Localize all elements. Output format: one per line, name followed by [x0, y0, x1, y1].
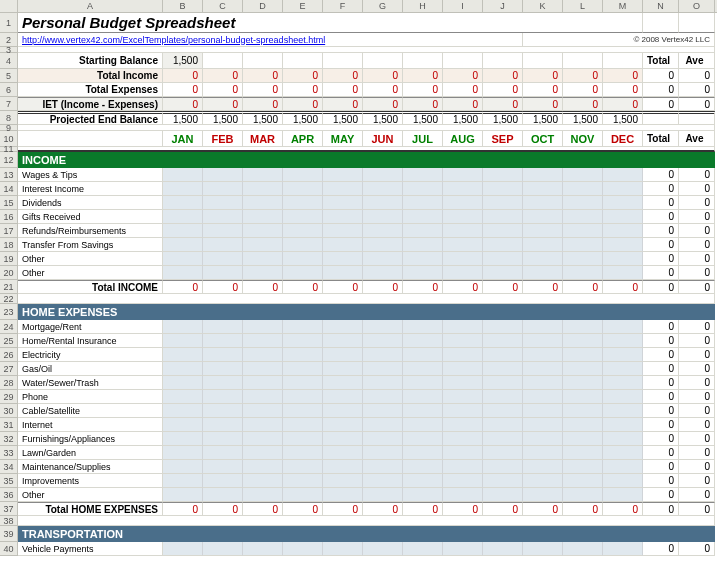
cell[interactable]: [403, 252, 443, 266]
cell[interactable]: [603, 474, 643, 488]
cell[interactable]: [523, 390, 563, 404]
line-item-label[interactable]: Water/Sewer/Trash: [18, 376, 163, 390]
cell[interactable]: [203, 210, 243, 224]
cell[interactable]: [523, 320, 563, 334]
cell[interactable]: [563, 488, 603, 502]
cell[interactable]: [163, 404, 203, 418]
line-item-label[interactable]: Mortgage/Rent: [18, 320, 163, 334]
cell[interactable]: [563, 376, 603, 390]
row-header[interactable]: 4: [0, 53, 18, 69]
cell[interactable]: [603, 542, 643, 556]
cell[interactable]: [163, 446, 203, 460]
cell[interactable]: [283, 266, 323, 280]
total_expenses-month[interactable]: 0: [603, 83, 643, 97]
cell[interactable]: [323, 266, 363, 280]
cell[interactable]: [363, 460, 403, 474]
cell[interactable]: [523, 362, 563, 376]
cell[interactable]: [323, 168, 363, 182]
row-header[interactable]: 27: [0, 362, 18, 376]
cell[interactable]: [243, 196, 283, 210]
cell[interactable]: [203, 334, 243, 348]
cell[interactable]: [323, 252, 363, 266]
cell[interactable]: [563, 446, 603, 460]
cell[interactable]: [483, 488, 523, 502]
cell[interactable]: [523, 404, 563, 418]
net-month[interactable]: 0: [163, 97, 203, 111]
cell[interactable]: [403, 320, 443, 334]
cell[interactable]: [603, 362, 643, 376]
total_income-month[interactable]: 0: [283, 69, 323, 83]
cell[interactable]: [283, 348, 323, 362]
cell[interactable]: [163, 488, 203, 502]
cell[interactable]: [163, 210, 203, 224]
total_expenses-month[interactable]: 0: [283, 83, 323, 97]
cell[interactable]: [563, 404, 603, 418]
col-header[interactable]: F: [323, 0, 363, 12]
cell[interactable]: [163, 182, 203, 196]
cell[interactable]: [443, 348, 483, 362]
cell[interactable]: [563, 362, 603, 376]
cell[interactable]: [523, 376, 563, 390]
projected-month[interactable]: 1,500: [603, 111, 643, 125]
net-month[interactable]: 0: [563, 97, 603, 111]
source-link[interactable]: http://www.vertex42.com/ExcelTemplates/p…: [18, 33, 523, 47]
cell[interactable]: [243, 376, 283, 390]
net-month[interactable]: 0: [323, 97, 363, 111]
cell[interactable]: [523, 474, 563, 488]
cell[interactable]: [483, 182, 523, 196]
cell[interactable]: [523, 252, 563, 266]
row-header[interactable]: 6: [0, 83, 18, 97]
cell[interactable]: [323, 488, 363, 502]
cell[interactable]: [283, 542, 323, 556]
cell[interactable]: [203, 432, 243, 446]
total_expenses-month[interactable]: 0: [563, 83, 603, 97]
net-month[interactable]: 0: [243, 97, 283, 111]
col-header[interactable]: H: [403, 0, 443, 12]
cell[interactable]: [363, 418, 403, 432]
cell[interactable]: [203, 460, 243, 474]
cell[interactable]: [443, 390, 483, 404]
total_income-month[interactable]: 0: [603, 69, 643, 83]
cell[interactable]: [403, 376, 443, 390]
cell[interactable]: [243, 210, 283, 224]
cell[interactable]: [603, 334, 643, 348]
cell[interactable]: [323, 224, 363, 238]
cell[interactable]: [323, 320, 363, 334]
cell[interactable]: [523, 224, 563, 238]
cell[interactable]: [523, 182, 563, 196]
projected-month[interactable]: 1,500: [403, 111, 443, 125]
total_expenses-month[interactable]: 0: [483, 83, 523, 97]
cell[interactable]: [603, 266, 643, 280]
cell[interactable]: [203, 182, 243, 196]
total_income-month[interactable]: 0: [323, 69, 363, 83]
total_income-month[interactable]: 0: [243, 69, 283, 83]
cell[interactable]: [283, 168, 323, 182]
row-header[interactable]: 36: [0, 488, 18, 502]
cell[interactable]: [363, 320, 403, 334]
cell[interactable]: [323, 418, 363, 432]
cell[interactable]: [443, 196, 483, 210]
row-header[interactable]: 16: [0, 210, 18, 224]
cell[interactable]: [163, 348, 203, 362]
cell[interactable]: [483, 210, 523, 224]
cell[interactable]: [483, 542, 523, 556]
cell[interactable]: [603, 224, 643, 238]
projected-month[interactable]: 1,500: [203, 111, 243, 125]
cell[interactable]: [363, 446, 403, 460]
cell[interactable]: [363, 238, 403, 252]
cell[interactable]: [523, 446, 563, 460]
col-header[interactable]: I: [443, 0, 483, 12]
row-header[interactable]: 34: [0, 460, 18, 474]
cell[interactable]: [163, 168, 203, 182]
net-month[interactable]: 0: [363, 97, 403, 111]
cell[interactable]: [363, 404, 403, 418]
total_income-month[interactable]: 0: [203, 69, 243, 83]
cell[interactable]: [403, 446, 443, 460]
cell[interactable]: [563, 224, 603, 238]
cell[interactable]: [483, 348, 523, 362]
cell[interactable]: [563, 182, 603, 196]
cell[interactable]: [523, 432, 563, 446]
cell[interactable]: [563, 474, 603, 488]
row-header[interactable]: 21: [0, 280, 18, 294]
line-item-label[interactable]: Vehicle Payments: [18, 542, 163, 556]
